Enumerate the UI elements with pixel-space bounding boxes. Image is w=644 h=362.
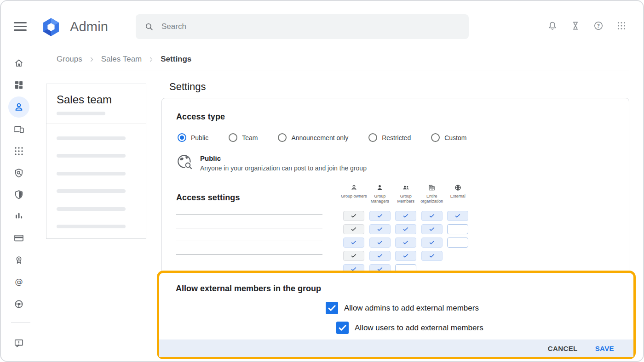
radio-icon	[229, 133, 237, 142]
access-settings-heading: Access settings	[176, 193, 240, 203]
action-bar: CANCEL SAVE	[159, 339, 633, 357]
apps-grid-icon	[13, 146, 24, 157]
admin-console-window: Admin ? GroupsSales TeamSettings @ Sales…	[0, 0, 644, 362]
person-filled-icon	[376, 184, 384, 192]
breadcrumb-item-sales-team[interactable]: Sales Team	[101, 55, 142, 64]
column-label: Group Managers	[367, 194, 393, 204]
radio-icon	[178, 133, 186, 142]
checkbox-checked-icon[interactable]	[336, 322, 349, 334]
column-group-managers: Group Managers	[367, 184, 393, 204]
access-type-heading: Access type	[176, 112, 225, 122]
sidebar-item-badge[interactable]	[8, 249, 30, 271]
permission-checkbox[interactable]	[343, 224, 364, 234]
save-button[interactable]: SAVE	[595, 345, 614, 352]
product-name: Admin	[70, 19, 108, 34]
permission-checkbox[interactable]	[343, 251, 364, 261]
tasks-icon	[570, 20, 581, 31]
breadcrumb-item-settings: Settings	[161, 55, 191, 64]
menu-button[interactable]	[14, 22, 27, 32]
radio-label: Team	[242, 134, 258, 141]
radio-label: Custom	[444, 134, 466, 141]
permission-checkbox[interactable]	[447, 224, 468, 234]
permission-checkbox[interactable]	[395, 251, 416, 261]
radio-icon	[368, 133, 377, 142]
column-group-members: Group Members	[393, 184, 419, 204]
sidebar-item-devices[interactable]	[8, 118, 30, 140]
checkbox-checked-icon[interactable]	[326, 302, 338, 314]
sidebar-item-security-shield[interactable]	[8, 162, 30, 184]
permission-row	[341, 224, 475, 234]
billing-icon	[13, 232, 24, 243]
column-label: Entire organization	[419, 194, 445, 204]
column-label: Group owners	[340, 194, 367, 199]
at-sign-icon: @	[13, 277, 24, 288]
group-list-skeleton-line	[57, 136, 126, 140]
permission-checkbox[interactable]	[447, 211, 468, 221]
permission-row	[341, 251, 475, 261]
sidebar-item-feedback[interactable]	[8, 332, 30, 354]
sidebar-item-home[interactable]	[8, 52, 30, 74]
notifications-button[interactable]	[547, 20, 558, 31]
radio-option-team[interactable]: Team	[229, 133, 258, 142]
radio-option-custom[interactable]: Custom	[431, 133, 466, 142]
radio-option-restricted[interactable]: Restricted	[368, 133, 411, 142]
permission-checkbox[interactable]	[421, 211, 443, 221]
permission-checkbox[interactable]	[395, 224, 416, 234]
sidebar-item-at-sign[interactable]: @	[8, 271, 30, 293]
sidebar-item-steering-wheel[interactable]	[8, 293, 30, 315]
radio-label: Announcement only	[291, 134, 348, 141]
access-type-info: Public Anyone in your organization can p…	[176, 153, 367, 172]
shield-icon	[13, 189, 24, 200]
permission-checkbox[interactable]	[421, 238, 443, 248]
external-members-heading: Allow external members in the group	[176, 284, 321, 294]
permission-checkbox[interactable]	[369, 238, 391, 248]
permission-checkbox[interactable]	[343, 238, 364, 248]
radio-option-announcement-only[interactable]: Announcement only	[278, 133, 348, 142]
permission-checkbox[interactable]	[395, 238, 416, 248]
setting-row-placeholder-line	[176, 241, 322, 241]
sidebar-item-directory[interactable]	[8, 96, 30, 118]
search-input[interactable]	[161, 22, 460, 32]
permission-checkbox[interactable]	[421, 251, 443, 261]
globe-search-icon	[176, 153, 193, 170]
permission-checkbox[interactable]	[395, 211, 416, 221]
help-icon: ?	[593, 20, 604, 31]
setting-row-placeholder-line	[176, 228, 322, 228]
group-list-skeleton-line	[57, 154, 126, 158]
breadcrumb-chevron-icon	[88, 56, 95, 63]
column-label: External	[444, 194, 471, 199]
svg-text:@: @	[15, 277, 23, 286]
directory-icon	[13, 102, 24, 113]
permission-checkbox[interactable]	[343, 211, 364, 221]
group-panel: Sales team	[46, 84, 146, 239]
permission-checkbox[interactable]	[447, 238, 468, 248]
sidebar-item-reports[interactable]	[8, 205, 30, 227]
column-label: Group Members	[392, 194, 419, 204]
checkbox-label: Allow admins to add external members	[344, 304, 479, 313]
sidebar-item-apps-grid[interactable]	[8, 140, 30, 162]
setting-row-placeholder-line	[176, 215, 322, 215]
sidebar-item-billing[interactable]	[8, 227, 30, 249]
apps-button[interactable]	[616, 20, 627, 31]
permission-checkbox[interactable]	[369, 224, 391, 234]
sidebar-item-dashboard[interactable]	[8, 74, 30, 96]
sidebar-item-shield[interactable]	[8, 184, 30, 206]
help-button[interactable]: ?	[593, 20, 604, 31]
tasks-button[interactable]	[570, 20, 581, 31]
radio-label: Restricted	[382, 134, 411, 141]
breadcrumb-chevron-icon	[148, 56, 155, 63]
cancel-button[interactable]: CANCEL	[548, 345, 578, 352]
group-panel-divider	[46, 124, 146, 124]
permission-checkbox[interactable]	[369, 211, 391, 221]
search-bar[interactable]	[136, 14, 469, 39]
breadcrumb-item-groups[interactable]: Groups	[57, 55, 82, 64]
permission-row	[341, 211, 475, 221]
radio-option-public[interactable]: Public	[178, 133, 208, 142]
permission-checkbox[interactable]	[369, 251, 391, 261]
group-list-skeleton-line	[57, 225, 126, 228]
admin-logo-icon	[40, 17, 62, 38]
radio-icon	[431, 133, 440, 142]
permission-checkbox[interactable]	[421, 224, 443, 234]
group-subtitle-skeleton	[57, 112, 105, 115]
organization-icon	[428, 184, 436, 192]
